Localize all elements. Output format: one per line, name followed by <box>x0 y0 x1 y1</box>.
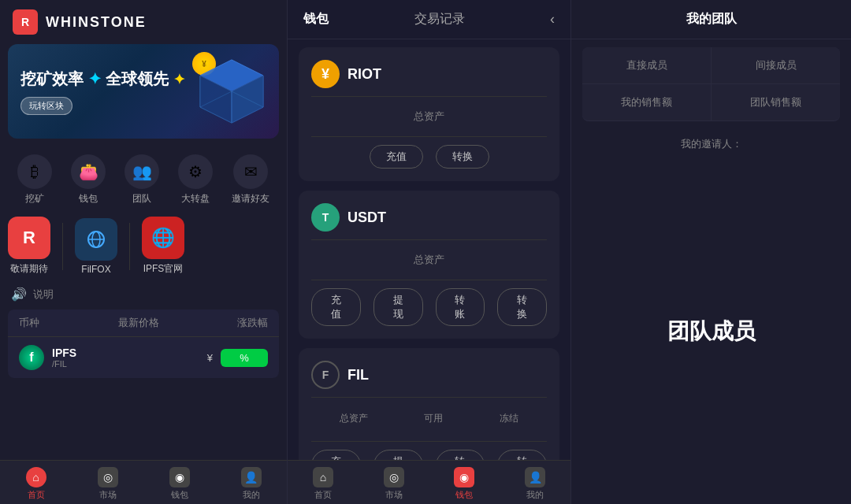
fil-withdraw-btn[interactable]: 提现 <box>373 450 423 460</box>
mid-nav-mine[interactable]: 👤 我的 <box>500 467 570 501</box>
riot-actions: 充值 转换 <box>311 145 547 169</box>
fil-convert-btn[interactable]: 转换 <box>497 450 547 460</box>
mid-mine-icon: 👤 <box>525 467 545 487</box>
left-nav-home-label: 首页 <box>28 489 45 501</box>
team-cell-team-sales[interactable]: 团队销售额 <box>712 84 840 120</box>
mid-nav-wallet[interactable]: ◉ 钱包 <box>429 467 500 501</box>
mid-nav-wallet-label: 钱包 <box>455 489 473 501</box>
divider-2 <box>129 223 130 270</box>
nav-label-team: 团队 <box>132 192 151 206</box>
ipfs-label: IPFS官网 <box>143 262 184 276</box>
col-coin: 币种 <box>19 316 39 330</box>
team-member-text: 团队成员 <box>667 317 756 346</box>
team-cell-my-sales[interactable]: 我的销售额 <box>582 84 711 120</box>
usdt-withdraw-btn[interactable]: 提现 <box>373 288 423 326</box>
invite-icon: ✉ <box>233 154 268 189</box>
change-badge: % <box>221 349 268 367</box>
usdt-total-label: 总资产 <box>311 248 547 272</box>
riot-recharge-btn[interactable]: 充值 <box>370 145 423 169</box>
mid-wallet-icon: ◉ <box>454 467 474 487</box>
mid-nav-market[interactable]: ◎ 市场 <box>359 467 429 501</box>
app-ipfs[interactable]: 🌐 IPFS官网 <box>142 217 184 276</box>
usdt-divider <box>311 239 547 240</box>
fil-transfer-btn[interactable]: 转账 <box>436 450 485 460</box>
left-nav-market[interactable]: ◎ 市场 <box>72 467 143 501</box>
fil-actions: 充值 提现 转账 转换 <box>311 450 547 460</box>
left-nav-home[interactable]: ⌂ 首页 <box>0 467 72 501</box>
mid-nav-market-label: 市场 <box>385 489 403 501</box>
ipfs-coin-logo: f <box>19 345 44 370</box>
nav-item-wallet[interactable]: 👛 钱包 <box>71 154 106 206</box>
banner: 挖矿效率 ✦ 全球领先 ✦ 玩转区块 ¥ <box>8 44 279 139</box>
right-header: 我的团队 <box>571 0 851 39</box>
nav-label-mine: 挖矿 <box>25 192 44 206</box>
market-table: 币种 最新价格 涨跌幅 f IPFS /FIL ¥ % <box>8 309 279 378</box>
left-nav-mine[interactable]: 👤 我的 <box>215 467 287 501</box>
fil-coin-icon: F <box>311 361 340 389</box>
fil-divider-2 <box>311 441 547 442</box>
riot-card-header: ¥ RIOT <box>311 60 547 88</box>
banner-button[interactable]: 玩转区块 <box>20 97 72 115</box>
usdt-transfer-btn[interactable]: 转账 <box>436 288 485 326</box>
wallet-icon-left: ◉ <box>169 467 190 487</box>
app-filfox[interactable]: FilFOX <box>75 218 117 275</box>
home-icon-left: ⌂ <box>26 467 46 487</box>
banner-title: 挖矿效率 ✦ 全球领先 ✦ <box>20 68 185 90</box>
tab-transactions[interactable]: 交易记录 <box>414 11 465 28</box>
inviter-label: 我的邀请人： <box>681 138 742 150</box>
usdt-coin-icon: T <box>311 203 340 232</box>
nav-label-wallet: 钱包 <box>79 192 98 206</box>
fil-stat-available: 可用 <box>424 410 443 425</box>
team-cell-direct[interactable]: 直接成员 <box>582 47 711 83</box>
tab-wallet[interactable]: 钱包 <box>303 11 329 28</box>
left-nav-mine-label: 我的 <box>243 489 260 501</box>
left-nav-market-label: 市场 <box>99 489 117 501</box>
market-icon-left: ◎ <box>98 467 118 487</box>
mine-icon: ₿ <box>17 154 52 189</box>
col-change: 涨跌幅 <box>237 316 268 330</box>
fil-divider <box>311 397 547 398</box>
logo-text: WHINSTONE <box>46 14 147 31</box>
nav-item-mine[interactable]: ₿ 挖矿 <box>17 154 52 206</box>
divider-1 <box>62 223 63 270</box>
col-price: 最新价格 <box>118 316 159 330</box>
nav-label-invite: 邀请好友 <box>232 192 269 206</box>
announcement-text: 说明 <box>33 287 54 302</box>
mid-market-icon: ◎ <box>384 467 404 487</box>
nav-item-transfer[interactable]: ⚙ 大转盘 <box>178 154 213 206</box>
table-row[interactable]: f IPFS /FIL ¥ % <box>8 337 279 378</box>
riot-total-label: 总资产 <box>311 105 547 128</box>
app-row: R 敬请期待 FilFOX 🌐 IPFS官网 <box>0 210 287 282</box>
fil-stats-row: 总资产 可用 冻结 <box>311 406 547 433</box>
usdt-actions: 充值 提现 转账 转换 <box>311 288 547 326</box>
right-title: 我的团队 <box>686 11 737 28</box>
logo-icon: R <box>13 9 38 35</box>
bottom-nav-left: ⌂ 首页 ◎ 市场 ◉ 钱包 👤 我的 <box>0 460 287 504</box>
coin-price: ¥ <box>207 352 213 364</box>
app-pending[interactable]: R 敬请期待 <box>8 217 50 276</box>
nav-icons: ₿ 挖矿 👛 钱包 👥 团队 ⚙ 大转盘 ✉ 邀请好友 <box>0 145 287 210</box>
coin-name: IPFS <box>52 346 199 359</box>
riot-divider-2 <box>311 136 547 137</box>
middle-panel: 钱包 交易记录 ‹ ¥ RIOT 总资产 充值 转换 T USDT 总 <box>288 0 571 504</box>
coin-sub: /FIL <box>52 359 199 369</box>
yen-icon: ¥ <box>207 352 213 364</box>
team-icon: 👥 <box>124 154 159 189</box>
team-member-section: 团队成员 <box>571 159 851 504</box>
left-nav-wallet[interactable]: ◉ 钱包 <box>143 467 215 501</box>
nav-item-invite[interactable]: ✉ 邀请好友 <box>232 154 269 206</box>
team-cell-indirect[interactable]: 间接成员 <box>712 47 840 83</box>
banner-cube-icon <box>192 56 271 127</box>
riot-coin-icon: ¥ <box>311 60 340 88</box>
fil-card-header: F FIL <box>311 361 547 389</box>
nav-item-team[interactable]: 👥 团队 <box>124 154 159 206</box>
wallet-content: ¥ RIOT 总资产 充值 转换 T USDT 总资产 充值 提现 转账 <box>288 39 570 460</box>
usdt-recharge-btn[interactable]: 充值 <box>311 288 361 326</box>
logo-bar: R WHINSTONE <box>0 0 287 44</box>
riot-card: ¥ RIOT 总资产 充值 转换 <box>299 47 559 181</box>
mid-nav-home[interactable]: ⌂ 首页 <box>288 467 359 501</box>
fil-recharge-btn[interactable]: 充值 <box>311 450 361 460</box>
usdt-convert-btn[interactable]: 转换 <box>497 288 547 326</box>
riot-convert-btn[interactable]: 转换 <box>436 145 489 169</box>
back-arrow[interactable]: ‹ <box>550 11 555 28</box>
